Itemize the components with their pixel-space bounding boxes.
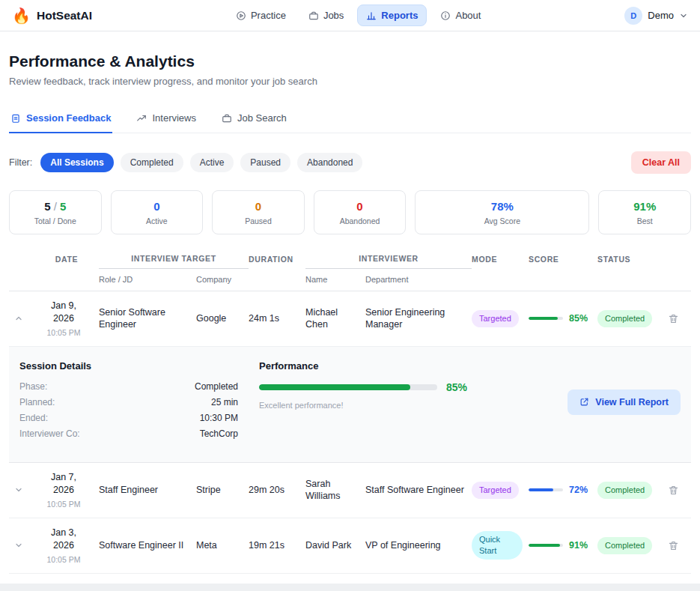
- nav-item-reports[interactable]: Reports: [357, 4, 427, 26]
- cell-duration: 19m 21s: [249, 539, 305, 552]
- stat-value: 91%: [603, 200, 686, 213]
- score-percent: 72%: [569, 484, 588, 497]
- delete-icon[interactable]: [666, 539, 681, 553]
- detail-field: Planned: 25 min: [19, 397, 238, 407]
- stat-label: Paused: [217, 216, 299, 225]
- status-badge: Completed: [597, 537, 652, 554]
- subheader-department: Department: [365, 269, 472, 291]
- tab-label: Job Search: [237, 112, 287, 124]
- nav-label: About: [455, 10, 481, 21]
- status-badge: Completed: [597, 310, 652, 327]
- user-menu[interactable]: D Demo: [624, 7, 688, 25]
- bar-chart-icon: [366, 10, 377, 21]
- stat-label: Abandoned: [319, 216, 401, 225]
- subheader-role: Role / JD: [99, 269, 196, 291]
- cell-role: Software Engineer II: [99, 539, 196, 552]
- tab-session-feedback[interactable]: Session Feedback: [9, 111, 112, 133]
- page-bottom-strip: [0, 584, 700, 591]
- tab-bar: Session Feedback Interviews Job Search: [9, 111, 691, 133]
- table-row[interactable]: Jan 3, 2026 10:05 PM Software Engineer I…: [9, 518, 691, 574]
- table-subheader-row: Role / JD Company Name Department: [9, 269, 691, 291]
- mode-badge: Targeted: [472, 482, 519, 499]
- cell-department: VP of Engineering: [365, 539, 472, 552]
- cell-mode: Targeted: [472, 482, 529, 499]
- score-bar: [529, 317, 563, 320]
- progress-fill: [259, 384, 410, 390]
- stat-label: Active: [116, 216, 198, 225]
- nav-label: Jobs: [323, 10, 344, 21]
- session-details-title: Session Details: [19, 360, 244, 372]
- info-icon: [440, 10, 451, 21]
- play-circle-icon: [236, 10, 246, 21]
- tab-interviews[interactable]: Interviews: [135, 111, 198, 133]
- cell-score: 85%: [529, 312, 597, 325]
- expand-chevron-icon[interactable]: [13, 484, 25, 496]
- filter-completed[interactable]: Completed: [121, 153, 183, 172]
- table-body: Jan 9, 2026 10:05 PM Senior Software Eng…: [9, 291, 691, 591]
- filter-abandoned[interactable]: Abandoned: [297, 153, 362, 172]
- stat-label: Total / Done: [14, 216, 97, 225]
- cell-duration: 29m 20s: [249, 484, 305, 497]
- flame-icon: 🔥: [12, 8, 31, 23]
- performance-section: Performance 85% Excellent performance!: [244, 360, 567, 444]
- stat-card-paused: 0 Paused: [212, 190, 305, 234]
- delete-icon[interactable]: [666, 483, 681, 497]
- filter-all-sessions[interactable]: All Sessions: [40, 153, 113, 172]
- cell-department: Senior Engineering Manager: [365, 306, 472, 332]
- cell-company: Meta: [196, 539, 249, 552]
- cell-status: Completed: [597, 482, 663, 499]
- progress-track: [259, 384, 437, 390]
- score-percent: 91%: [569, 539, 588, 552]
- cell-score: 91%: [529, 539, 597, 552]
- tab-label: Interviews: [152, 112, 196, 124]
- filter-paused[interactable]: Paused: [240, 153, 290, 172]
- cell-role: Senior Software Engineer: [99, 306, 196, 332]
- cell-company: Google: [196, 312, 249, 325]
- chevron-down-icon: [679, 11, 688, 20]
- stat-label: Best: [603, 216, 686, 225]
- external-link-icon: [579, 397, 589, 407]
- stats-row: 5 / 5 Total / Done 0 Active 0 Paused 0 A…: [9, 190, 691, 234]
- subheader-name: Name: [305, 269, 365, 291]
- col-header-status: STATUS: [597, 255, 663, 269]
- cell-status: Completed: [597, 310, 663, 327]
- top-navbar: 🔥 HotSeatAI Practice Jobs Reports About …: [0, 0, 700, 31]
- expand-chevron-icon[interactable]: [13, 539, 25, 551]
- filter-active[interactable]: Active: [190, 153, 234, 172]
- cell-status: Completed: [597, 537, 663, 554]
- nav-item-practice[interactable]: Practice: [227, 4, 295, 26]
- nav-item-about[interactable]: About: [431, 4, 490, 26]
- table-row[interactable]: Jan 9, 2026 10:05 PM Senior Software Eng…: [9, 291, 691, 347]
- cell-mode: Quick Start: [472, 531, 529, 560]
- cell-company: Stripe: [196, 484, 249, 497]
- filter-label: Filter:: [9, 157, 32, 168]
- stat-card-abandoned: 0 Abandoned: [314, 190, 407, 234]
- table-row[interactable]: Jan 7, 2026 10:05 PM Staff Engineer Stri…: [9, 463, 691, 518]
- cell-date: Jan 9, 2026 10:05 PM: [34, 300, 99, 338]
- expand-chevron-icon[interactable]: [13, 312, 25, 324]
- brand-logo[interactable]: 🔥 HotSeatAI: [12, 8, 92, 23]
- delete-icon[interactable]: [666, 312, 681, 326]
- clear-all-button[interactable]: Clear All: [631, 151, 691, 174]
- stat-card-active: 0 Active: [111, 190, 204, 234]
- detail-field: Interviewer Co: TechCorp: [19, 428, 238, 439]
- session-details-section: Session Details Phase: Completed Planned…: [19, 360, 244, 444]
- performance-title: Performance: [259, 360, 567, 372]
- cell-mode: Targeted: [472, 310, 529, 327]
- stat-value: 0: [217, 200, 299, 213]
- nav-label: Reports: [381, 10, 418, 21]
- main-content: Performance & Analytics Review feedback,…: [0, 52, 700, 591]
- cell-department: Staff Software Engineer: [365, 484, 472, 497]
- status-badge: Completed: [597, 482, 652, 499]
- nav-item-jobs[interactable]: Jobs: [299, 4, 353, 26]
- score-bar: [529, 544, 563, 547]
- view-full-report-button[interactable]: View Full Report: [567, 390, 681, 415]
- cell-date: Jan 3, 2026 10:05 PM: [34, 527, 99, 565]
- session-details-panel: Session Details Phase: Completed Planned…: [9, 347, 691, 463]
- stat-value: 5 / 5: [14, 200, 97, 213]
- col-header-date: DATE: [34, 255, 99, 269]
- mode-badge: Targeted: [472, 310, 519, 327]
- tab-job-search[interactable]: Job Search: [220, 111, 288, 133]
- cell-interviewer-name: Michael Chen: [305, 306, 365, 332]
- avatar: D: [624, 7, 642, 25]
